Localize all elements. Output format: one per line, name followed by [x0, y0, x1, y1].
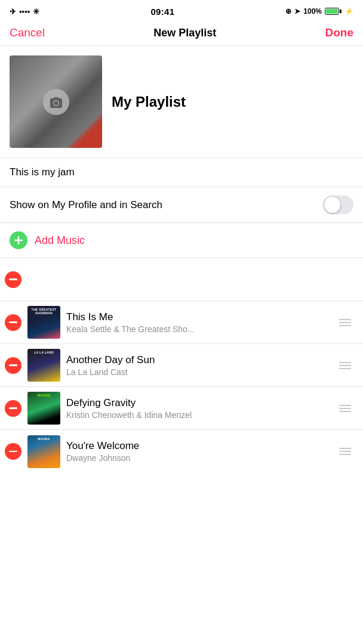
track-artist: La La Land Cast: [66, 367, 331, 377]
playlist-name-input[interactable]: [112, 94, 353, 110]
drag-handle[interactable]: [337, 360, 353, 371]
track-info: This Is Me Keala Settle & The Greatest S…: [66, 311, 331, 334]
add-music-circle-button[interactable]: [10, 231, 27, 249]
track-thumbnail: MOANA: [27, 435, 60, 468]
nav-bar: Cancel New Playlist Done: [0, 21, 363, 46]
track-thumbnail: THE GREATEST SHOWMAN: [27, 306, 60, 339]
plus-icon: [14, 236, 23, 245]
track-item: MOANA You're Welcome Dwayne Johnson: [0, 430, 363, 473]
description-row[interactable]: This is my jam: [0, 158, 363, 187]
remove-track-button[interactable]: [5, 314, 21, 331]
toggle-knob: [324, 197, 340, 213]
track-title: This Is Me: [66, 311, 331, 323]
playlist-description: This is my jam: [10, 166, 75, 178]
track-info: Another Day of Sun La La Land Cast: [66, 354, 331, 377]
album-label: WICKED: [29, 394, 59, 397]
track-list: MOANA How Far I'll Go Auli'i Cravalho TH…: [0, 258, 363, 473]
remove-track-button[interactable]: [5, 443, 21, 460]
track-info: Defying Gravity Kristin Chenoweth & Idin…: [66, 397, 331, 420]
track-thumbnail: WICKED: [27, 392, 60, 425]
track-thumbnail: LA LA LAND: [27, 349, 60, 382]
battery-percentage: 100%: [303, 7, 322, 16]
signal-bars: ▪▪▪▪: [19, 7, 30, 16]
track-item: LA LA LAND Another Day of Sun La La Land…: [0, 344, 363, 387]
toggle-label: Show on My Profile and in Search: [10, 199, 162, 211]
done-button[interactable]: Done: [325, 26, 353, 39]
activity-icon: ✳: [33, 7, 39, 16]
drag-handle[interactable]: [337, 402, 353, 414]
track-artist: Keala Settle & The Greatest Sho...: [66, 324, 331, 334]
track-item: WICKED Defying Gravity Kristin Chenoweth…: [0, 387, 363, 430]
status-right: ⊕ ➤ 100% ⚡: [285, 7, 353, 16]
add-music-label: Add Music: [35, 234, 85, 247]
camera-overlay[interactable]: [43, 89, 69, 115]
status-left: ✈ ▪▪▪▪ ✳: [10, 7, 39, 16]
track-artist: Dwayne Johnson: [66, 453, 331, 463]
status-time: 09:41: [150, 7, 174, 17]
cancel-button[interactable]: Cancel: [10, 26, 45, 39]
nav-title: New Playlist: [153, 27, 216, 39]
battery-icon: [325, 8, 342, 15]
charge-icon: ⚡: [344, 7, 353, 16]
playlist-header: [0, 46, 363, 157]
drag-handle[interactable]: [337, 445, 353, 457]
track-title: Defying Gravity: [66, 397, 331, 409]
airplane-icon: ✈: [10, 7, 16, 16]
playlist-cover-art[interactable]: [10, 55, 102, 148]
remove-track-button[interactable]: [5, 271, 21, 288]
track-title: You're Welcome: [66, 440, 331, 452]
track-item: THE GREATEST SHOWMAN This Is Me Keala Se…: [0, 301, 363, 344]
album-label: LA LA LAND: [29, 351, 59, 354]
location-arrow-icon: ➤: [294, 7, 300, 16]
toggle-row: Show on My Profile and in Search: [0, 187, 363, 223]
track-info: You're Welcome Dwayne Johnson: [66, 440, 331, 463]
album-label: MOANA: [29, 437, 59, 441]
track-item: MOANA How Far I'll Go Auli'i Cravalho: [0, 258, 363, 301]
remove-track-button[interactable]: [5, 400, 21, 417]
album-label: THE GREATEST SHOWMAN: [29, 308, 59, 315]
track-title: Another Day of Sun: [66, 354, 331, 366]
drag-handle[interactable]: [337, 317, 353, 329]
add-music-row[interactable]: Add Music: [0, 223, 363, 258]
location-icon: ⊕: [285, 7, 291, 16]
status-bar: ✈ ▪▪▪▪ ✳ 09:41 ⊕ ➤ 100% ⚡: [0, 0, 363, 21]
remove-track-button[interactable]: [5, 357, 21, 374]
profile-search-toggle[interactable]: [323, 196, 353, 214]
svg-point-0: [54, 101, 58, 105]
camera-icon: [49, 96, 63, 108]
track-artist: Kristin Chenoweth & Idina Menzel: [66, 410, 331, 420]
